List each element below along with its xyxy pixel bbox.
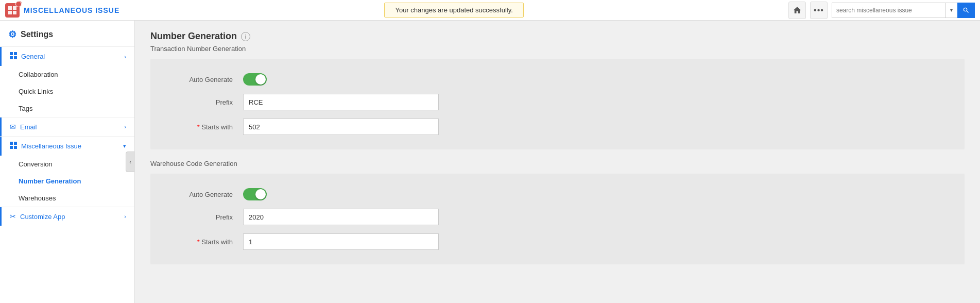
auto-generate-label-1: Auto Generate bbox=[161, 76, 233, 83]
app-icon: ! bbox=[5, 3, 20, 18]
misc-icon bbox=[10, 142, 17, 150]
customize-icon: ✂ bbox=[10, 212, 16, 221]
prefix-label-1: Prefix bbox=[161, 98, 233, 106]
svg-rect-3 bbox=[13, 11, 16, 14]
sidebar-sub-conversion[interactable]: Conversion bbox=[0, 156, 134, 173]
svg-rect-2 bbox=[8, 11, 12, 14]
misc-label: Miscellaneous Issue bbox=[21, 142, 81, 150]
sidebar-section-customize: ✂ Customize App › bbox=[0, 207, 134, 226]
gear-icon: ⚙ bbox=[8, 29, 16, 40]
sidebar-settings-header: ⚙ Settings bbox=[0, 21, 134, 46]
transaction-subtitle: Transaction Number Generation bbox=[150, 45, 965, 53]
topbar-right: ••• ▾ bbox=[788, 2, 975, 19]
svg-rect-0 bbox=[8, 6, 12, 10]
sidebar-sub-tags[interactable]: Tags bbox=[0, 100, 134, 117]
main-layout: ⚙ Settings General › Collaboration Quick… bbox=[0, 21, 980, 303]
transaction-auto-generate-toggle[interactable] bbox=[243, 73, 267, 86]
sidebar-item-general[interactable]: General › bbox=[0, 47, 134, 66]
toggle-knob-1 bbox=[255, 74, 266, 85]
svg-rect-11 bbox=[14, 146, 17, 149]
sidebar-collapse-handle[interactable]: ‹ bbox=[126, 152, 135, 172]
content-area: Number Generation i Transaction Number G… bbox=[135, 21, 980, 303]
email-label: Email bbox=[20, 123, 37, 131]
app-logo: ! MISCELLANEOUS ISSUE bbox=[5, 3, 119, 18]
transaction-auto-generate-row: Auto Generate bbox=[150, 69, 965, 90]
warehouse-card: Auto Generate Prefix Starts with bbox=[150, 174, 965, 264]
search-dropdown-button[interactable]: ▾ bbox=[945, 3, 957, 18]
sidebar-item-misc[interactable]: Miscellaneous Issue ▾ bbox=[0, 137, 134, 156]
transaction-starts-with-input[interactable] bbox=[243, 119, 439, 135]
misc-chevron: ▾ bbox=[123, 143, 126, 149]
general-chevron: › bbox=[124, 54, 126, 60]
settings-label: Settings bbox=[21, 30, 53, 39]
sidebar-section-email: ✉ Email › bbox=[0, 117, 134, 136]
email-chevron: › bbox=[124, 124, 126, 130]
sidebar-sub-collaboration[interactable]: Collaboration bbox=[0, 66, 134, 83]
svg-rect-8 bbox=[10, 142, 13, 145]
svg-rect-10 bbox=[10, 146, 13, 149]
home-button[interactable] bbox=[788, 2, 806, 19]
transaction-card: Auto Generate Prefix Starts with bbox=[150, 59, 965, 149]
warehouse-prefix-row: Prefix bbox=[150, 205, 965, 229]
starts-with-label-2: Starts with bbox=[161, 238, 233, 246]
search-button[interactable] bbox=[957, 3, 975, 18]
transaction-prefix-input[interactable] bbox=[243, 94, 439, 110]
search-wrapper: ▾ bbox=[832, 3, 975, 18]
general-label: General bbox=[21, 53, 45, 60]
toggle-knob-2 bbox=[255, 189, 266, 199]
general-icon bbox=[10, 52, 17, 61]
success-banner: Your changes are updated successfully. bbox=[384, 3, 523, 18]
sidebar-item-customize[interactable]: ✂ Customize App › bbox=[0, 207, 134, 226]
prefix-label-2: Prefix bbox=[161, 213, 233, 221]
sidebar-sub-number-generation[interactable]: Number Generation bbox=[0, 173, 134, 190]
svg-rect-1 bbox=[13, 6, 16, 10]
starts-with-label-1: Starts with bbox=[161, 123, 233, 131]
svg-rect-5 bbox=[14, 52, 17, 55]
search-input[interactable] bbox=[832, 3, 945, 18]
info-icon[interactable]: i bbox=[241, 32, 250, 41]
warehouse-prefix-input[interactable] bbox=[243, 209, 439, 225]
sidebar-sub-quicklinks[interactable]: Quick Links bbox=[0, 83, 134, 100]
customize-label: Customize App bbox=[20, 213, 65, 221]
page-title: Number Generation i bbox=[150, 31, 965, 42]
sidebar-item-email[interactable]: ✉ Email › bbox=[0, 117, 134, 136]
warehouse-auto-generate-row: Auto Generate bbox=[150, 184, 965, 205]
app-name: MISCELLANEOUS ISSUE bbox=[24, 6, 119, 14]
warehouse-auto-generate-toggle[interactable] bbox=[243, 188, 267, 200]
warehouse-starts-with-row: Starts with bbox=[150, 229, 965, 254]
transaction-starts-with-row: Starts with bbox=[150, 114, 965, 139]
auto-generate-label-2: Auto Generate bbox=[161, 191, 233, 198]
svg-rect-7 bbox=[14, 56, 17, 59]
warehouse-starts-with-input[interactable] bbox=[243, 233, 439, 250]
customize-chevron: › bbox=[124, 213, 126, 220]
sidebar: ⚙ Settings General › Collaboration Quick… bbox=[0, 21, 135, 303]
transaction-prefix-row: Prefix bbox=[150, 90, 965, 114]
svg-rect-6 bbox=[10, 56, 13, 59]
sidebar-section-general: General › Collaboration Quick Links Tags bbox=[0, 46, 134, 117]
email-icon: ✉ bbox=[10, 123, 16, 131]
svg-rect-9 bbox=[14, 142, 17, 145]
svg-rect-4 bbox=[10, 52, 13, 55]
warehouse-subtitle: Warehouse Code Generation bbox=[150, 160, 965, 167]
more-options-button[interactable]: ••• bbox=[810, 2, 828, 19]
sidebar-sub-warehouses[interactable]: Warehouses bbox=[0, 190, 134, 207]
sidebar-section-misc: Miscellaneous Issue ▾ Conversion Number … bbox=[0, 136, 134, 207]
topbar: ! MISCELLANEOUS ISSUE Your changes are u… bbox=[0, 0, 980, 21]
